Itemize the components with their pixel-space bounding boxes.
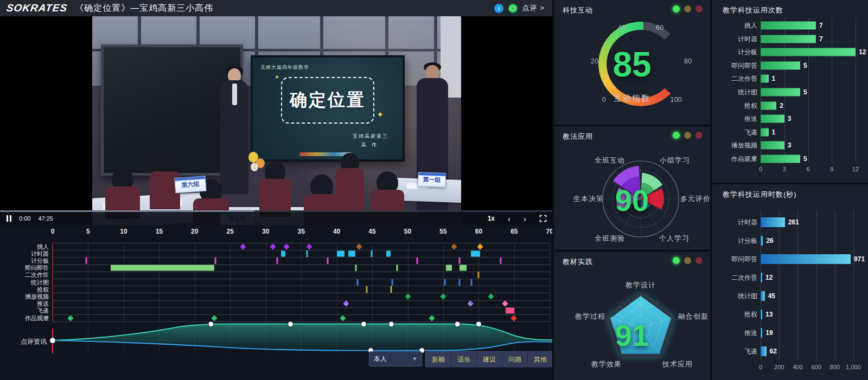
axis-tick-label: 3 (783, 166, 786, 172)
bar-value-label: 12 (859, 48, 866, 56)
comment-dot[interactable] (455, 321, 460, 327)
panel-usage-count: 教学科技运用次数 036912挑人7计时器7计分板12即问即答5二次作答1统计图… (712, 0, 868, 183)
comment-tag-button[interactable]: 适当 (451, 351, 477, 368)
chevron-down-icon: ▼ (412, 356, 417, 362)
gauge-tick-label: 40 (618, 23, 626, 31)
panel-material-practice: 教材实践 91 教学设计融合创新技术应用教学效果教学过程 (554, 252, 710, 380)
axis-tick-label: 800 (830, 364, 840, 370)
comment-dot[interactable] (388, 321, 394, 327)
comment-tag-button[interactable]: 其他 (528, 351, 552, 368)
bar-value-label: 3 (788, 141, 792, 149)
bar (761, 155, 800, 163)
comment-tag-buttons: 新颖适当建议问题其他 (425, 351, 552, 366)
bar-value-label: 261 (788, 218, 799, 226)
gridline (797, 210, 798, 360)
bar (761, 35, 816, 43)
bar-value-label: 19 (765, 329, 773, 337)
bar-category-label: 挑人 (714, 21, 757, 30)
bar-category-label: 抢权 (714, 310, 757, 319)
comment-dot[interactable] (476, 321, 481, 327)
panel-title: 科技互动 (563, 5, 593, 15)
axis-tick-label: 400 (793, 364, 802, 370)
bar-value-label: 2 (780, 102, 783, 110)
main-left-section: SOKRATES 《确定位置》—宝鸡高新三小高伟 i 点评 > 北师大版四年级数… (0, 0, 552, 380)
bar (761, 115, 784, 123)
bar-value-label: 13 (765, 311, 773, 318)
gridline (761, 210, 761, 360)
bar (761, 236, 763, 246)
gauge-tick-label: 60 (656, 23, 663, 31)
bar-value-label: 7 (819, 35, 823, 43)
bar-category-label: 即问即答 (714, 61, 757, 70)
comment-author-dropdown[interactable]: 本人 ▼ (369, 351, 422, 366)
comment-dot[interactable] (288, 321, 293, 327)
pentagon-axis-label: 教学效果 (591, 359, 622, 369)
bar (761, 310, 762, 319)
bar (761, 346, 767, 356)
bar-value-label: 1 (772, 128, 776, 136)
comment-tag-button[interactable]: 建议 (477, 351, 502, 368)
pentagon-value: 91 (554, 318, 710, 353)
axis-tick-label: 0 (759, 364, 762, 370)
panel-usage-time: 教学科技运用时数(秒) 02004006008001,000计时器261计分板2… (712, 184, 868, 380)
comment-dot[interactable] (361, 321, 366, 327)
gridline (856, 18, 856, 163)
bar (761, 48, 856, 56)
bar (761, 291, 765, 301)
bar (761, 273, 762, 282)
gridline (835, 210, 835, 360)
bar-category-label: 二次作答 (714, 273, 757, 282)
bar-value-label: 45 (768, 292, 775, 300)
axis-tick-label: 9 (830, 166, 833, 172)
bar-category-label: 计分板 (714, 48, 757, 57)
axis-tick-label: 0 (759, 166, 762, 172)
rose-axis-label: 个人学习 (659, 234, 690, 243)
gridline (853, 210, 854, 360)
pentagon-axis-label: 教学过程 (575, 312, 605, 321)
comment-dot[interactable] (50, 338, 56, 344)
panel-tech-interaction: 科技互动 85 互动指数 020406080100 (554, 0, 710, 125)
comment-dot[interactable] (208, 321, 214, 327)
bar (761, 61, 800, 69)
gridline (816, 210, 817, 360)
bar (761, 328, 762, 338)
bar-value-label: 26 (766, 237, 773, 244)
status-dot (684, 5, 691, 12)
rose-axis-label: 生本决策 (573, 194, 604, 204)
status-dot (673, 5, 680, 12)
bar-value-label: 5 (803, 155, 807, 163)
gauge-tick-label: 20 (591, 57, 598, 65)
bar-category-label: 即问即答 (714, 255, 757, 264)
dropdown-value: 本人 (374, 355, 387, 364)
bar (761, 217, 785, 227)
bar-category-label: 计分板 (714, 236, 757, 246)
status-dot (695, 5, 703, 12)
gauge-tick-label: 80 (684, 57, 692, 65)
bar-category-label: 二次作答 (714, 74, 757, 83)
bar-value-label: 7 (819, 22, 823, 29)
rose-axis-label: 全班测验 (595, 234, 625, 243)
bar (761, 101, 776, 110)
bar-value-label: 1 (772, 75, 776, 82)
pentagon-axis-label: 融合创新 (678, 312, 709, 321)
comment-tag-button[interactable]: 问题 (502, 351, 528, 368)
bar (761, 75, 769, 83)
gauge-tick-label: 100 (670, 95, 682, 104)
bar (761, 141, 784, 150)
bar-value-label: 5 (803, 62, 807, 69)
gridline (779, 210, 780, 360)
bar-category-label: 播放视频 (714, 141, 757, 150)
axis-tick-label: 1,000 (846, 364, 861, 370)
bar-value-label: 971 (854, 255, 865, 263)
rose-axis-label: 全班互动 (595, 156, 625, 165)
bar-category-label: 作品观摩 (714, 154, 757, 164)
comment-tag-button[interactable]: 新颖 (425, 351, 451, 368)
bar-value-label: 5 (803, 88, 807, 96)
bar-category-label: 统计图 (714, 88, 757, 97)
bar-category-label: 统计图 (714, 292, 757, 301)
bar-value-label: 62 (770, 347, 777, 355)
bar (761, 22, 816, 30)
axis-tick-label: 12 (852, 166, 859, 172)
bar-value-label: 3 (788, 115, 792, 123)
bar-category-label: 飞递 (714, 347, 757, 356)
